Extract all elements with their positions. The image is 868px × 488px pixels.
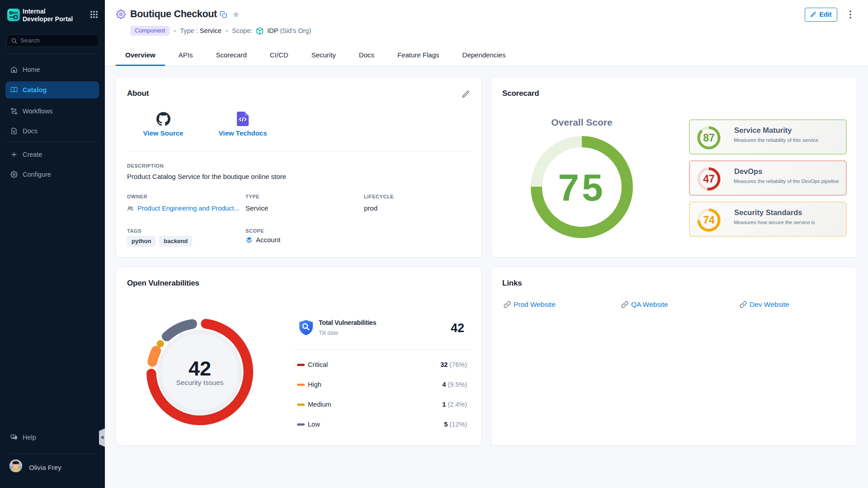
- svg-text:?: ?: [12, 435, 14, 438]
